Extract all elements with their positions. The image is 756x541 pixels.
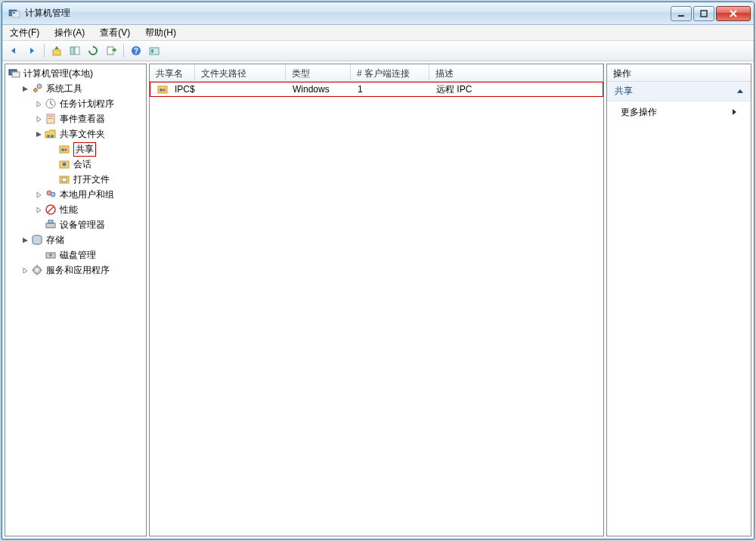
svg-point-32 — [51, 192, 55, 197]
svg-point-17 — [37, 84, 42, 89]
tree-label: 磁盘管理 — [60, 249, 96, 262]
close-button[interactable] — [716, 6, 751, 21]
maximize-button[interactable] — [693, 6, 714, 21]
expander-none — [48, 145, 57, 154]
tree-systools[interactable]: 系统工具 — [5, 81, 146, 96]
main-panes: 计算机管理(本地) 系统工具 任务计划程序 事件查看器 — [2, 61, 754, 539]
openfiles-icon — [58, 173, 70, 185]
svg-rect-7 — [53, 50, 60, 55]
performance-icon — [45, 204, 57, 216]
app-icon — [8, 8, 20, 20]
tree-label-selected: 共享 — [73, 142, 96, 157]
clock-icon — [45, 98, 57, 110]
export-button[interactable] — [103, 42, 119, 59]
svg-point-40 — [36, 269, 39, 272]
caret-up-icon — [736, 86, 743, 97]
svg-point-28 — [63, 163, 67, 166]
tree-label: 事件查看器 — [60, 113, 105, 126]
svg-rect-2 — [13, 12, 15, 14]
svg-rect-4 — [701, 11, 707, 17]
tree-performance[interactable]: 性能 — [5, 202, 146, 217]
col-name[interactable]: 共享名 — [150, 64, 195, 81]
expander-closed-icon[interactable] — [34, 190, 43, 199]
actions-pane: 操作 共享 更多操作 — [606, 64, 751, 536]
col-path[interactable]: 文件夹路径 — [195, 64, 286, 81]
svg-text:?: ? — [134, 47, 138, 55]
cell-desc: 远程 IPC — [436, 83, 472, 96]
expander-closed-icon[interactable] — [34, 205, 43, 214]
tree-sharedfolders[interactable]: 共享文件夹 — [5, 126, 146, 141]
svg-rect-8 — [70, 47, 74, 54]
svg-point-22 — [47, 135, 50, 138]
tree-openfiles[interactable]: 打开文件 — [5, 172, 146, 187]
cell-type: Windows — [293, 84, 330, 95]
tree-label: 任务计划程序 — [60, 98, 114, 110]
grid-body: IPC$ Windows 1 远程 IPC — [150, 82, 603, 536]
help-button[interactable]: ? — [128, 42, 144, 59]
tree: 计算机管理(本地) 系统工具 任务计划程序 事件查看器 — [5, 64, 146, 279]
tree-label: 系统工具 — [46, 82, 82, 95]
svg-rect-9 — [75, 47, 79, 54]
show-hide-tree-button[interactable] — [67, 42, 83, 59]
svg-rect-34 — [46, 223, 55, 228]
titlebar[interactable]: 计算机管理 — [2, 2, 754, 25]
tree-localusers[interactable]: 本地用户和组 — [5, 187, 146, 202]
menu-view[interactable]: 查看(V) — [97, 25, 133, 41]
col-type[interactable]: 类型 — [286, 64, 351, 81]
tree-root[interactable]: 计算机管理(本地) — [5, 66, 146, 81]
svg-rect-24 — [60, 146, 69, 153]
expander-open-icon[interactable] — [34, 129, 43, 138]
svg-rect-20 — [48, 116, 53, 117]
svg-point-23 — [51, 135, 54, 138]
col-desc[interactable]: 描述 — [429, 64, 603, 81]
actions-group-shares[interactable]: 共享 — [607, 82, 751, 101]
svg-rect-16 — [12, 72, 20, 77]
caret-right-icon — [731, 107, 737, 118]
toolbar: ? — [2, 41, 754, 61]
col-clients[interactable]: # 客户端连接 — [351, 64, 429, 81]
tree-label: 服务和应用程序 — [46, 264, 110, 277]
svg-rect-14 — [151, 49, 153, 53]
svg-point-25 — [61, 148, 64, 151]
expander-open-icon[interactable] — [20, 235, 29, 244]
minimize-button[interactable] — [671, 6, 692, 21]
toolbar-separator — [44, 44, 45, 58]
storage-icon — [31, 234, 43, 246]
menu-help[interactable]: 帮助(H) — [142, 25, 179, 41]
menu-file[interactable]: 文件(F) — [7, 25, 42, 41]
svg-rect-10 — [107, 47, 113, 54]
shares-icon — [58, 143, 70, 155]
expander-none — [34, 250, 43, 260]
expander-closed-icon[interactable] — [34, 99, 43, 108]
tree-devicemanager[interactable]: 设备管理器 — [5, 217, 146, 232]
tree-sessions[interactable]: 会话 — [5, 157, 146, 172]
menu-action[interactable]: 操作(A) — [51, 25, 88, 41]
expander-closed-icon[interactable] — [20, 266, 29, 275]
actions-more-label: 更多操作 — [621, 106, 657, 119]
svg-rect-41 — [158, 86, 167, 93]
tree-shares[interactable]: 共享 — [5, 141, 146, 157]
new-share-button[interactable] — [146, 42, 163, 59]
back-button[interactable] — [5, 42, 22, 59]
expander-none — [48, 160, 57, 169]
tree-services[interactable]: 服务和应用程序 — [5, 263, 146, 278]
sessions-icon — [58, 158, 70, 170]
expander-none — [48, 175, 57, 184]
actions-group-label: 共享 — [615, 85, 633, 98]
expander-open-icon[interactable] — [20, 84, 29, 93]
toolbar-separator — [123, 44, 124, 58]
tree-diskmanagement[interactable]: 磁盘管理 — [5, 247, 146, 263]
up-button[interactable] — [48, 42, 65, 59]
tree-taskscheduler[interactable]: 任务计划程序 — [5, 96, 146, 111]
share-item-icon — [156, 83, 169, 95]
svg-point-43 — [163, 89, 166, 92]
svg-rect-30 — [62, 178, 67, 182]
expander-closed-icon[interactable] — [34, 114, 43, 123]
actions-more[interactable]: 更多操作 — [607, 101, 751, 123]
tree-eventviewer[interactable]: 事件查看器 — [5, 111, 146, 126]
refresh-button[interactable] — [85, 42, 101, 59]
forward-button[interactable] — [23, 42, 40, 59]
tree-storage[interactable]: 存储 — [5, 232, 146, 247]
svg-rect-13 — [150, 48, 159, 54]
grid-row-ipc[interactable]: IPC$ Windows 1 远程 IPC — [150, 82, 603, 97]
